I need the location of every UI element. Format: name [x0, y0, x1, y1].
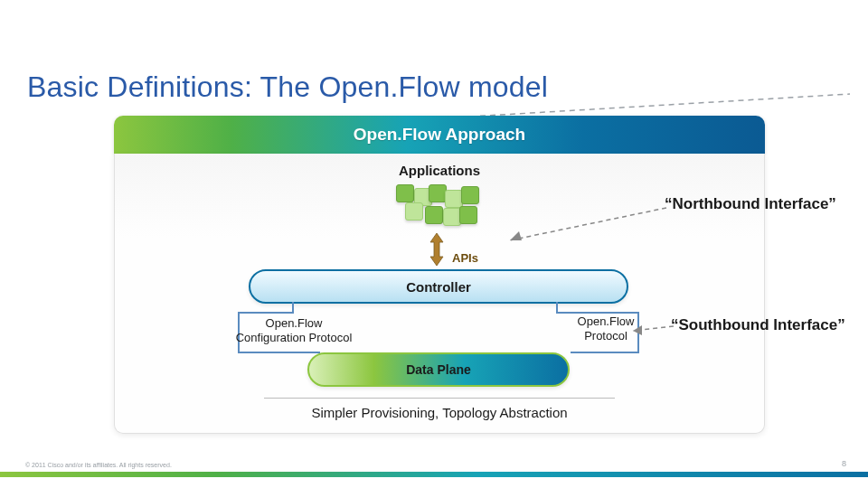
copyright: © 2011 Cisco and/or its affiliates. All … [25, 462, 172, 468]
app-node-icon [445, 190, 463, 208]
southbound-label: “Southbound Interface” [671, 316, 845, 334]
southbound-arrow-icon [624, 322, 678, 338]
svg-line-0 [470, 94, 850, 117]
data-plane-label: Data Plane [406, 362, 471, 377]
app-node-icon [461, 186, 479, 204]
app-node-icon [425, 206, 443, 224]
apis-double-arrow-icon [429, 233, 445, 266]
svg-line-2 [510, 208, 666, 240]
applications-icon-cluster [389, 184, 488, 230]
slide: Basic Definitions: The Open.Flow model O… [0, 0, 868, 488]
applications-label: Applications [114, 163, 765, 178]
app-node-icon [429, 184, 447, 202]
svg-marker-1 [430, 233, 443, 266]
controller-box: Controller [249, 269, 628, 304]
app-node-icon [459, 206, 477, 224]
app-node-icon [405, 202, 423, 221]
northbound-arrow-icon [499, 201, 671, 246]
controller-label: Controller [406, 279, 471, 295]
svg-marker-5 [633, 325, 642, 335]
page-number: 8 [842, 459, 846, 468]
apis-label: APIs [452, 251, 478, 265]
footer-accent-bar [0, 472, 868, 477]
northbound-label: “Northbound Interface” [665, 195, 836, 213]
caption: Simpler Provisioning, Topology Abstracti… [114, 405, 765, 420]
svg-marker-3 [510, 231, 522, 240]
banner: Open.Flow Approach [114, 116, 765, 154]
app-node-icon [443, 208, 461, 226]
text-line: Configuration Protocol [222, 331, 366, 345]
openflow-config-label: Open.Flow Configuration Protocol [222, 316, 366, 346]
data-plane-box: Data Plane [307, 352, 570, 387]
text-line: Open.Flow [222, 316, 366, 331]
app-node-icon [396, 184, 414, 202]
divider [264, 398, 615, 399]
